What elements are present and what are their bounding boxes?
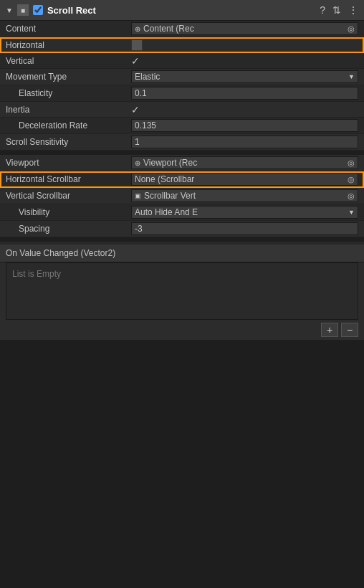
vertical-scrollbar-icon: ▣ xyxy=(135,192,141,199)
vertical-value: ✓ xyxy=(131,55,358,67)
event-section: On Value Changed (Vector2) List is Empty… xyxy=(0,245,364,340)
visibility-row: Visibility Auto Hide And E ▼ xyxy=(0,204,364,221)
remove-icon: − xyxy=(347,324,353,336)
viewport-label: Viewport xyxy=(6,158,131,168)
elasticity-input[interactable] xyxy=(131,87,358,100)
vertical-scrollbar-target-icon[interactable]: ◎ xyxy=(348,191,355,201)
visibility-arrow-icon: ▼ xyxy=(348,209,355,216)
elasticity-value xyxy=(131,87,358,100)
horizontal-label: Horizontal xyxy=(6,40,131,50)
event-body: List is Empty xyxy=(6,262,358,320)
header-actions: ? ⇅ ⋮ xyxy=(320,4,358,16)
viewport-ref-icon: ⊕ xyxy=(135,159,140,167)
vertical-scrollbar-value: ▣ Scrollbar Vert ◎ xyxy=(131,189,358,202)
content-objref[interactable]: ⊕ Content (Rec ◎ xyxy=(131,22,358,35)
collapse-arrow-icon[interactable]: ▼ xyxy=(6,6,13,14)
objref-icon: ⊕ xyxy=(135,25,140,33)
content-value: ⊕ Content (Rec ◎ xyxy=(131,22,358,35)
deceleration-rate-value xyxy=(131,119,358,132)
vertical-scrollbar-label: Vertical Scrollbar xyxy=(6,191,131,201)
deceleration-rate-row: Deceleration Rate xyxy=(0,118,364,134)
help-button[interactable]: ? xyxy=(320,4,325,16)
visibility-text: Auto Hide And E xyxy=(135,207,348,217)
settings-button[interactable]: ⇅ xyxy=(332,4,341,16)
content-target-icon[interactable]: ◎ xyxy=(348,24,355,34)
horizontal-row: Horizontal xyxy=(0,37,364,53)
component-title: Scroll Rect xyxy=(47,5,315,16)
deceleration-rate-input[interactable] xyxy=(131,119,358,132)
event-title: On Value Changed (Vector2) xyxy=(6,248,115,258)
inertia-value: ✓ xyxy=(131,104,358,115)
scroll-rect-panel: ▼ ■ Scroll Rect ? ⇅ ⋮ Content ⊕ Content … xyxy=(0,0,364,340)
deceleration-rate-label: Deceleration Rate xyxy=(6,120,131,131)
inertia-label: Inertia xyxy=(6,105,131,115)
visibility-value: Auto Hide And E ▼ xyxy=(131,206,358,219)
event-empty-text: List is Empty xyxy=(12,269,61,279)
viewport-value: ⊕ Viewport (Rec ◎ xyxy=(131,156,358,169)
spacing-row: Spacing xyxy=(0,221,364,237)
scroll-sensitivity-input[interactable] xyxy=(131,136,358,148)
visibility-dropdown[interactable]: Auto Hide And E ▼ xyxy=(131,206,358,219)
inertia-checkmark[interactable]: ✓ xyxy=(131,104,140,115)
spacing-input[interactable] xyxy=(131,222,358,235)
viewport-target-icon[interactable]: ◎ xyxy=(348,158,355,168)
vertical-checkmark[interactable]: ✓ xyxy=(131,55,140,67)
spacing-value xyxy=(131,222,358,235)
spacer-2 xyxy=(0,237,364,242)
event-header: On Value Changed (Vector2) xyxy=(0,245,364,262)
viewport-row: Viewport ⊕ Viewport (Rec ◎ xyxy=(0,155,364,171)
horizontal-scrollbar-row: Horizontal Scrollbar None (Scrollbar ◎ xyxy=(0,171,364,188)
vertical-label: Vertical xyxy=(6,56,131,66)
vertical-row: Vertical ✓ xyxy=(0,53,364,69)
add-event-button[interactable]: + xyxy=(321,323,338,337)
elasticity-label: Elasticity xyxy=(6,88,131,98)
movement-type-label: Movement Type xyxy=(6,72,131,82)
component-enabled-checkbox[interactable] xyxy=(33,5,43,15)
horizontal-value xyxy=(131,39,358,51)
movement-type-dropdown[interactable]: Elastic ▼ xyxy=(131,70,358,83)
scroll-sensitivity-label: Scroll Sensitivity xyxy=(6,137,131,147)
add-icon: + xyxy=(327,324,332,336)
vertical-scrollbar-ref-text: Scrollbar Vert xyxy=(144,191,345,201)
movement-type-value: Elastic ▼ xyxy=(131,70,358,83)
panel-header: ▼ ■ Scroll Rect ? ⇅ ⋮ xyxy=(0,0,364,21)
elasticity-row: Elasticity xyxy=(0,85,364,102)
spacing-label: Spacing xyxy=(6,224,131,234)
component-icon: ■ xyxy=(17,4,29,16)
remove-event-button[interactable]: − xyxy=(341,323,358,337)
viewport-objref[interactable]: ⊕ Viewport (Rec ◎ xyxy=(131,156,358,169)
horizontal-scrollbar-ref-text: None (Scrollbar xyxy=(135,174,345,184)
horizontal-checkbox[interactable] xyxy=(131,39,143,51)
horizontal-scrollbar-value: None (Scrollbar ◎ xyxy=(131,173,358,186)
horizontal-scrollbar-label: Horizontal Scrollbar xyxy=(6,174,131,184)
menu-button[interactable]: ⋮ xyxy=(348,4,358,16)
content-label: Content xyxy=(6,24,131,34)
vertical-scrollbar-objref[interactable]: ▣ Scrollbar Vert ◎ xyxy=(131,189,358,202)
vertical-scrollbar-row: Vertical Scrollbar ▣ Scrollbar Vert ◎ xyxy=(0,188,364,204)
horizontal-scrollbar-target-icon[interactable]: ◎ xyxy=(348,175,355,184)
inertia-row: Inertia ✓ xyxy=(0,102,364,118)
scroll-sensitivity-value xyxy=(131,136,358,148)
movement-type-row: Movement Type Elastic ▼ xyxy=(0,69,364,85)
viewport-ref-text: Viewport (Rec xyxy=(143,158,345,168)
content-ref-text: Content (Rec xyxy=(143,24,345,34)
visibility-label: Visibility xyxy=(6,207,131,217)
scroll-sensitivity-row: Scroll Sensitivity xyxy=(0,134,364,151)
movement-type-text: Elastic xyxy=(135,72,348,82)
content-row: Content ⊕ Content (Rec ◎ xyxy=(0,21,364,37)
horizontal-scrollbar-objref[interactable]: None (Scrollbar ◎ xyxy=(131,173,358,186)
movement-type-arrow-icon: ▼ xyxy=(348,73,355,80)
event-footer: + − xyxy=(0,320,364,340)
